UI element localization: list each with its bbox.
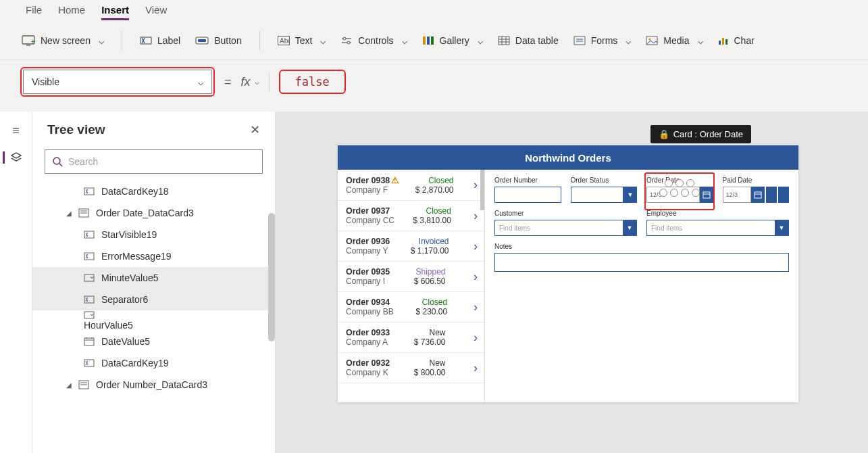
controls-button[interactable]: Controls ⌵ xyxy=(340,35,407,46)
employee-combobox[interactable]: Find items ▼ xyxy=(646,220,789,236)
formula-input[interactable]: false xyxy=(287,75,338,89)
tree-item-label: Order Number_DataCard3 xyxy=(96,379,207,390)
expand-icon[interactable]: ◢ xyxy=(66,210,72,217)
svg-rect-16 xyxy=(431,37,434,45)
order-row[interactable]: Order 0932Company KNew$ 800.00› xyxy=(338,353,484,383)
paid-date-input[interactable]: 12/3 xyxy=(723,187,752,203)
warning-icon: ⚠ xyxy=(391,175,399,185)
label-button[interactable]: Label xyxy=(140,35,180,46)
spinner-button[interactable] xyxy=(766,187,777,203)
gallery-button[interactable]: Gallery ⌵ xyxy=(422,35,483,46)
fx-button[interactable]: fx ⌵ xyxy=(241,75,259,89)
controls-label: Controls xyxy=(358,35,393,46)
control-icon xyxy=(84,252,95,261)
svg-point-11 xyxy=(343,37,346,40)
order-row[interactable]: Order 0938⚠Company FClosed$ 2,870.00› xyxy=(338,170,484,201)
property-value: Visible xyxy=(32,76,59,87)
property-dropdown[interactable]: Visible ⌵ xyxy=(23,70,212,94)
menu-view[interactable]: View xyxy=(145,4,167,20)
order-row[interactable]: Order 0933Company ANew$ 736.00› xyxy=(338,323,484,353)
dropdown-button[interactable]: ▼ xyxy=(623,220,636,235)
order-amount: $ 736.00 xyxy=(414,337,446,347)
tree-item[interactable]: Separator6 xyxy=(32,289,275,310)
button-icon xyxy=(195,35,209,46)
notes-input[interactable] xyxy=(494,253,789,272)
forms-button[interactable]: Forms ⌵ xyxy=(573,35,632,46)
svg-rect-39 xyxy=(84,231,94,238)
tree-item[interactable]: DateValue5 xyxy=(32,331,275,352)
tree-item[interactable]: HourValue5 xyxy=(32,310,275,331)
control-icon xyxy=(84,358,95,368)
order-amount: $ 230.00 xyxy=(415,307,447,316)
menu-home[interactable]: Home xyxy=(58,4,85,20)
calendar-button[interactable] xyxy=(700,187,713,203)
tree-item[interactable]: ◢ Order Number_DataCard3 xyxy=(32,374,275,396)
new-screen-button[interactable]: + New screen ⌵ xyxy=(22,35,104,46)
chevron-right-icon: › xyxy=(474,331,478,345)
tree-item[interactable]: MinuteValue5 xyxy=(32,267,275,289)
forms-label: Forms xyxy=(591,35,618,46)
order-date-input[interactable]: 12/3 xyxy=(646,187,700,203)
calendar-button[interactable] xyxy=(751,187,765,203)
company-name: Company CC xyxy=(346,216,394,225)
chevron-down-icon: ⌵ xyxy=(198,76,203,87)
order-number-input[interactable] xyxy=(494,187,561,203)
hamburger-icon[interactable]: ≡ xyxy=(12,124,20,138)
tree-item[interactable]: StarVisible19 xyxy=(32,224,275,245)
control-icon xyxy=(84,230,95,239)
tree-list: DataCardKey18 ◢ Order Date_DataCard3 Sta… xyxy=(32,181,275,453)
svg-rect-46 xyxy=(84,296,94,303)
placeholder: Find items xyxy=(499,224,530,232)
dropdown-button[interactable]: ▼ xyxy=(623,187,637,203)
tree-view-rail-button[interactable] xyxy=(3,151,22,164)
dropdown-button[interactable]: ▼ xyxy=(775,220,788,235)
order-row[interactable]: Order 0936Company YInvoiced$ 1,170.00› xyxy=(338,231,484,262)
order-status: Invoiced xyxy=(419,237,449,246)
tree-item-label: DataCardKey19 xyxy=(101,358,169,368)
tree-item[interactable]: ◢ Order Date_DataCard3 xyxy=(32,202,275,224)
search-input[interactable]: Search xyxy=(45,149,263,174)
tree-item-label: DataCardKey18 xyxy=(101,186,169,197)
order-amount: $ 800.00 xyxy=(414,368,446,377)
scrollbar-thumb[interactable] xyxy=(268,213,275,341)
tree-view-panel: Tree view ✕ Search DataCardKey18 ◢ Order… xyxy=(32,112,276,453)
tree-item-label: Separator6 xyxy=(101,294,148,305)
button-button[interactable]: Button xyxy=(195,35,241,46)
order-gallery[interactable]: Order 0938⚠Company FClosed$ 2,870.00›Ord… xyxy=(338,170,485,402)
tree-item[interactable]: ErrorMessage19 xyxy=(32,245,275,267)
field-paid-date: Paid Date 12/3 xyxy=(723,176,790,203)
canvas[interactable]: 🔒 Card : Order Date Northwind Orders Ord… xyxy=(276,112,868,453)
scrollbar-thumb[interactable] xyxy=(480,170,484,210)
field-employee: Employee Find items ▼ xyxy=(646,210,789,236)
order-number: Order 0933 xyxy=(346,328,390,337)
charts-button[interactable]: Char xyxy=(718,35,755,46)
text-icon: Abc xyxy=(278,36,290,45)
menu-insert[interactable]: Insert xyxy=(101,4,129,20)
customer-combobox[interactable]: Find items ▼ xyxy=(494,220,637,236)
media-button[interactable]: Media ⌵ xyxy=(646,35,703,46)
annotation-highlight: false xyxy=(279,70,346,94)
gallery-icon xyxy=(422,36,434,45)
text-button[interactable]: Abc Text ⌵ xyxy=(278,35,326,46)
dropdown-icon xyxy=(84,273,95,283)
charts-label: Char xyxy=(734,35,755,46)
order-row[interactable]: Order 0934Company BBClosed$ 230.00› xyxy=(338,292,484,323)
order-row[interactable]: Order 0935Company IShipped$ 606.50› xyxy=(338,262,484,292)
tree-item-label: Order Date_DataCard3 xyxy=(96,208,194,218)
expand-icon[interactable]: ◢ xyxy=(66,381,72,389)
menu-file[interactable]: File xyxy=(26,4,42,20)
order-amount: $ 2,870.00 xyxy=(415,185,454,195)
chart-icon xyxy=(718,36,729,45)
separator xyxy=(122,31,122,50)
close-icon[interactable]: ✕ xyxy=(250,122,260,137)
tree-item[interactable]: DataCardKey19 xyxy=(32,352,275,374)
tree-item[interactable]: DataCardKey18 xyxy=(32,181,275,202)
spinner-button[interactable] xyxy=(778,187,789,203)
order-status-input[interactable] xyxy=(571,187,624,203)
field-label: Customer xyxy=(494,210,637,217)
tree-item-label: StarVisible19 xyxy=(101,229,157,240)
data-table-button[interactable]: Data table xyxy=(498,35,559,46)
gallery-label: Gallery xyxy=(440,35,469,46)
order-status: Closed xyxy=(422,297,447,307)
order-row[interactable]: Order 0937Company CCClosed$ 3,810.00› xyxy=(338,201,484,231)
